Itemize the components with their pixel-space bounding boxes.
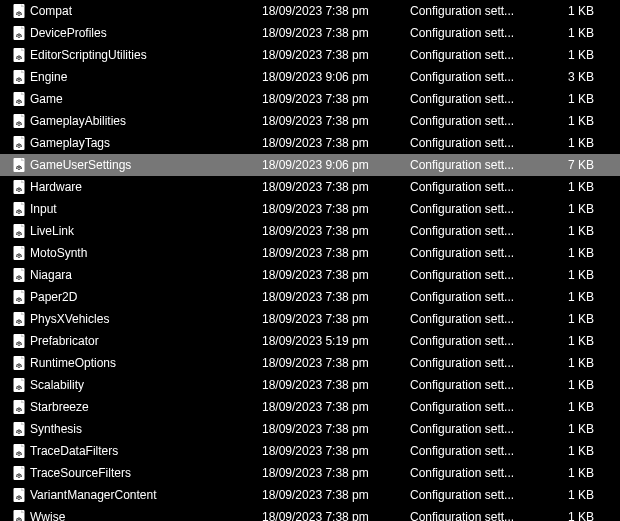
file-row[interactable]: MotoSynth18/09/2023 7:38 pmConfiguration… — [0, 242, 620, 264]
config-file-icon — [11, 91, 27, 107]
file-row[interactable]: GameplayTags18/09/2023 7:38 pmConfigurat… — [0, 132, 620, 154]
svg-line-167 — [20, 519, 21, 520]
file-type: Configuration sett... — [410, 422, 546, 436]
file-date: 18/09/2023 7:38 pm — [262, 246, 410, 260]
config-file-icon — [11, 179, 27, 195]
file-date: 18/09/2023 7:38 pm — [262, 400, 410, 414]
svg-line-90 — [20, 277, 21, 278]
config-file-icon — [11, 377, 27, 393]
file-size: 1 KB — [546, 444, 606, 458]
file-size: 1 KB — [546, 356, 606, 370]
svg-line-89 — [17, 277, 18, 278]
file-row[interactable]: EditorScriptingUtilities18/09/2023 7:38 … — [0, 44, 620, 66]
svg-line-160 — [20, 497, 21, 498]
svg-line-68 — [17, 211, 18, 212]
file-size: 1 KB — [546, 422, 606, 436]
file-date: 18/09/2023 7:38 pm — [262, 48, 410, 62]
file-row[interactable]: Scalability18/09/2023 7:38 pmConfigurati… — [0, 374, 620, 396]
file-row[interactable]: GameplayAbilities18/09/2023 7:38 pmConfi… — [0, 110, 620, 132]
svg-line-153 — [20, 475, 21, 476]
file-row[interactable]: Prefabricator18/09/2023 5:19 pmConfigura… — [0, 330, 620, 352]
file-row[interactable]: Paper2D18/09/2023 7:38 pmConfiguration s… — [0, 286, 620, 308]
file-name: GameplayAbilities — [30, 114, 262, 128]
file-row[interactable]: PhysXVehicles18/09/2023 7:38 pmConfigura… — [0, 308, 620, 330]
file-name: VariantManagerContent — [30, 488, 262, 502]
file-type: Configuration sett... — [410, 4, 546, 18]
file-size: 1 KB — [546, 180, 606, 194]
file-row[interactable]: TraceSourceFilters18/09/2023 7:38 pmConf… — [0, 462, 620, 484]
svg-line-76 — [20, 233, 21, 234]
file-row[interactable]: Wwise18/09/2023 7:38 pmConfiguration set… — [0, 506, 620, 521]
file-icon-cell — [8, 311, 30, 327]
file-icon-cell — [8, 267, 30, 283]
config-file-icon — [11, 135, 27, 151]
file-date: 18/09/2023 7:38 pm — [262, 510, 410, 521]
file-row[interactable]: VariantManagerContent18/09/2023 7:38 pmC… — [0, 484, 620, 506]
svg-line-61 — [17, 189, 18, 190]
svg-line-75 — [17, 233, 18, 234]
file-size: 3 KB — [546, 70, 606, 84]
file-type: Configuration sett... — [410, 268, 546, 282]
file-row[interactable]: RuntimeOptions18/09/2023 7:38 pmConfigur… — [0, 352, 620, 374]
file-name: Engine — [30, 70, 262, 84]
config-file-icon — [11, 3, 27, 19]
config-file-icon — [11, 311, 27, 327]
file-size: 1 KB — [546, 488, 606, 502]
file-size: 1 KB — [546, 378, 606, 392]
svg-line-131 — [17, 409, 18, 410]
file-icon-cell — [8, 157, 30, 173]
file-row[interactable]: Niagara18/09/2023 7:38 pmConfiguration s… — [0, 264, 620, 286]
file-size: 1 KB — [546, 334, 606, 348]
file-name: GameplayTags — [30, 136, 262, 150]
svg-line-83 — [20, 255, 21, 256]
file-size: 1 KB — [546, 4, 606, 18]
file-row[interactable]: Compat18/09/2023 7:38 pmConfiguration se… — [0, 0, 620, 22]
file-list[interactable]: Compat18/09/2023 7:38 pmConfiguration se… — [0, 0, 620, 521]
file-date: 18/09/2023 7:38 pm — [262, 466, 410, 480]
file-type: Configuration sett... — [410, 246, 546, 260]
file-icon-cell — [8, 509, 30, 521]
file-row[interactable]: LiveLink18/09/2023 7:38 pmConfiguration … — [0, 220, 620, 242]
file-row[interactable]: Input18/09/2023 7:38 pmConfiguration set… — [0, 198, 620, 220]
file-type: Configuration sett... — [410, 202, 546, 216]
file-name: Wwise — [30, 510, 262, 521]
file-icon-cell — [8, 245, 30, 261]
file-size: 7 KB — [546, 158, 606, 172]
config-file-icon — [11, 289, 27, 305]
svg-line-19 — [17, 57, 18, 58]
file-row[interactable]: Hardware18/09/2023 7:38 pmConfiguration … — [0, 176, 620, 198]
svg-line-12 — [17, 35, 18, 36]
file-type: Configuration sett... — [410, 136, 546, 150]
file-name: Hardware — [30, 180, 262, 194]
svg-line-145 — [17, 453, 18, 454]
file-icon-cell — [8, 465, 30, 481]
file-icon-cell — [8, 355, 30, 371]
file-type: Configuration sett... — [410, 400, 546, 414]
svg-line-125 — [20, 387, 21, 388]
file-row[interactable]: Game18/09/2023 7:38 pmConfiguration sett… — [0, 88, 620, 110]
file-type: Configuration sett... — [410, 488, 546, 502]
file-name: GameUserSettings — [30, 158, 262, 172]
svg-line-33 — [17, 101, 18, 102]
file-date: 18/09/2023 7:38 pm — [262, 224, 410, 238]
svg-line-5 — [17, 13, 18, 14]
file-icon-cell — [8, 223, 30, 239]
file-type: Configuration sett... — [410, 70, 546, 84]
file-row[interactable]: TraceDataFilters18/09/2023 7:38 pmConfig… — [0, 440, 620, 462]
file-icon-cell — [8, 377, 30, 393]
file-size: 1 KB — [546, 400, 606, 414]
file-row[interactable]: Engine18/09/2023 9:06 pmConfiguration se… — [0, 66, 620, 88]
file-type: Configuration sett... — [410, 510, 546, 521]
file-row[interactable]: Starbreeze18/09/2023 7:38 pmConfiguratio… — [0, 396, 620, 418]
file-row[interactable]: DeviceProfiles18/09/2023 7:38 pmConfigur… — [0, 22, 620, 44]
svg-line-132 — [20, 409, 21, 410]
file-type: Configuration sett... — [410, 466, 546, 480]
file-row[interactable]: GameUserSettings18/09/2023 9:06 pmConfig… — [0, 154, 620, 176]
file-name: RuntimeOptions — [30, 356, 262, 370]
svg-line-82 — [17, 255, 18, 256]
config-file-icon — [11, 267, 27, 283]
file-name: TraceSourceFilters — [30, 466, 262, 480]
file-row[interactable]: Synthesis18/09/2023 7:38 pmConfiguration… — [0, 418, 620, 440]
file-type: Configuration sett... — [410, 334, 546, 348]
svg-line-48 — [20, 145, 21, 146]
